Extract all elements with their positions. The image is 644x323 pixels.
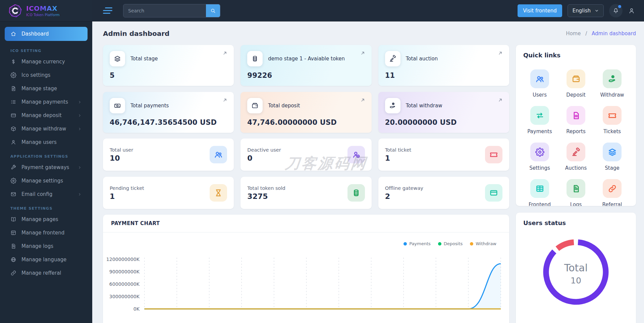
stat-card-value: 1 [385,154,412,162]
donut-center-label: Total [564,262,588,274]
stat-card-icon-box [110,51,125,66]
quick-link-reports[interactable]: Reports [559,106,592,134]
stat-card-icon-box [385,98,400,113]
stat-card-deactive-user[interactable]: Deactive user0 [240,139,371,171]
stat-card-total-user[interactable]: Total user10 [103,139,234,171]
stat-card-total-auction[interactable]: Total auction11 [378,45,509,86]
sidebar-item-manage-refferal[interactable]: Manage refferal [5,267,88,279]
language-select[interactable]: English [568,4,604,17]
sidebar-item-label: Email config [21,191,52,197]
arrow-up-right-icon[interactable] [222,50,228,56]
quick-link-icon-box [530,143,549,161]
quick-link-auctions[interactable]: Auctions [559,143,592,171]
sidebar-item-manage-stage[interactable]: Manage stage [5,82,88,95]
topbar-actions: Visit frontend English [518,4,635,17]
sidebar-nav: DashboardICO SETTINGManage currencyIco s… [0,21,92,280]
stat-card-total-deposit[interactable]: Total deposit47,746.00000000 USD [240,92,371,133]
quick-link-settings[interactable]: Settings [523,143,556,171]
stat-card-offline-gateway[interactable]: Offline gateway2 [378,177,509,209]
quick-link-icon-box [530,179,549,198]
ticket-icon [489,150,498,159]
stat-card-pending-ticket[interactable]: Pending ticket1 [103,177,234,209]
sidebar-item-dashboard[interactable]: Dashboard [5,27,88,41]
legend-label: Payments [409,241,431,246]
stat-card-total-token-sold[interactable]: Total token sold3275 [240,177,371,209]
sidebar-item-email-config[interactable]: Email config [5,188,88,201]
page-title: Admin dashboard [103,30,169,38]
sidebar-item-manage-language[interactable]: Manage language [5,253,88,266]
notifications-button[interactable] [609,4,623,17]
legend-dot [438,242,441,246]
visit-frontend-button[interactable]: Visit frontend [518,4,562,17]
stat-card-title: Offline gateway [385,185,423,191]
arrow-up-right-icon[interactable] [360,50,366,56]
link-icon [10,270,16,276]
sidebar-item-manage-users[interactable]: Manage users [5,136,88,149]
stat-card-total-payments[interactable]: Total payments46,746,147.35654500 USD [103,92,234,133]
withdraw-icon [389,102,396,109]
stat-card-value: 46,746,147.35654500 USD [110,118,227,126]
sidebar-item-manage-withdraw[interactable]: Manage withdraw [5,122,88,135]
stat-card-demo-stage-1-avaiable-token[interactable]: demo stage 1 - Avaiable token99226 [240,45,371,86]
quick-link-label: Referral [602,202,622,206]
legend-item-withdraw[interactable]: Withdraw [470,241,496,246]
sidebar-item-manage-settings[interactable]: Manage settings [5,174,88,187]
quick-link-icon-box [567,69,585,88]
quick-link-referral[interactable]: Referral [596,179,629,206]
breadcrumb-current: Admin dashboard [592,31,636,37]
stat-card-total-ticket[interactable]: Total ticket1 [378,139,509,171]
sidebar-item-manage-frontend[interactable]: Manage frontend [5,226,88,239]
stat-card-total-withdraw[interactable]: Total withdraw20.00000000 USD [378,92,509,133]
brand[interactable]: ICOMAX ICO Token Platform [0,0,92,21]
arrow-up-right-icon[interactable] [497,50,503,56]
search-icon [210,8,216,14]
y-tick-label: 600000000K [109,282,140,287]
legend-item-payments[interactable]: Payments [404,241,431,246]
user-icon [10,139,16,145]
sidebar-item-manage-pages[interactable]: Manage pages [5,213,88,226]
quick-link-stage[interactable]: Stage [596,143,629,171]
chart-legend: PaymentsDepositsWithdraw [103,232,509,246]
gear-icon [10,72,16,78]
arrow-up-right-icon[interactable] [360,97,366,103]
chevron-right-icon [77,165,82,170]
sidebar-section-title: THEME SETTINGS [0,201,92,212]
quick-link-icon-box [603,179,622,198]
quick-link-tickets[interactable]: Tickets [596,106,629,134]
profile-button[interactable] [628,7,635,14]
donut-segment-inactive[interactable] [557,242,574,249]
sidebar-item-manage-deposit[interactable]: Manage deposit [5,109,88,122]
breadcrumb-home-link[interactable]: Home [566,31,581,37]
users-status-donut: Total 10 [540,236,612,308]
quick-link-icon-box [567,143,585,161]
payments-series-line [145,264,501,309]
sidebar-item-payment-gateways[interactable]: Payment gateways [5,161,88,174]
quick-link-withdraw[interactable]: Withdraw [596,69,629,98]
stat-card-title: Total auction [406,56,438,62]
sidebar-item-manage-logs[interactable]: Manage logs [5,240,88,253]
stat-card-total-stage[interactable]: Total stage5 [103,45,234,86]
legend-item-deposits[interactable]: Deposits [438,241,463,246]
quick-link-deposit[interactable]: Deposit [559,69,592,98]
search-input[interactable] [123,4,206,17]
bell-icon [612,7,619,14]
content: Admin dashboard Home / Admin dashboard T… [92,21,644,323]
sidebar-item-manage-payments[interactable]: Manage payments [5,96,88,108]
sidebar-item-ico-settings[interactable]: Ico settings [5,69,88,82]
chevron-right-icon [77,192,82,197]
arrow-up-right-icon[interactable] [497,97,503,103]
stat-card-title: Total token sold [247,185,285,191]
quick-link-users[interactable]: Users [523,69,556,98]
menu-toggle-icon[interactable] [103,7,112,14]
quick-link-logs[interactable]: Logs [559,179,592,206]
quick-link-payments[interactable]: Payments [523,106,556,134]
payment-chart-card: PAYMENT CHART PaymentsDepositsWithdraw 1… [103,215,509,323]
search-button[interactable] [206,4,220,17]
quick-link-icon-box [567,179,585,198]
quick-link-icon-box [603,143,622,161]
sidebar-item-label: Manage withdraw [21,126,66,132]
quick-link-frontend[interactable]: Frontend [523,179,556,206]
brand-name: ICOMAX [26,4,60,12]
arrow-up-right-icon[interactable] [222,97,228,103]
sidebar-item-manage-currency[interactable]: Manage currency [5,55,88,68]
